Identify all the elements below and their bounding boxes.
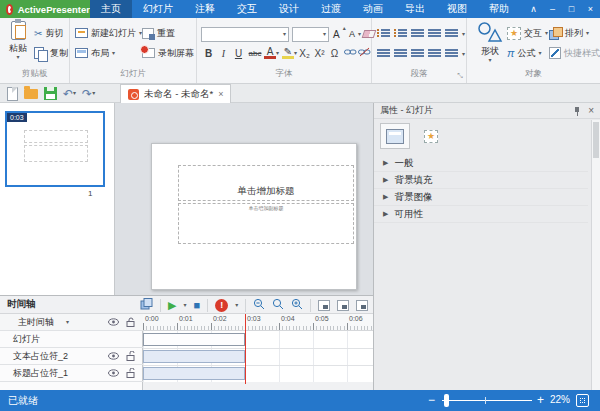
- unlock-icon[interactable]: [126, 368, 135, 378]
- open-button[interactable]: [21, 84, 41, 103]
- eye-icon[interactable]: [108, 318, 119, 326]
- save-button[interactable]: [41, 84, 60, 103]
- subscript-button[interactable]: X₂: [297, 48, 312, 59]
- lock-icon[interactable]: [126, 317, 135, 327]
- line-spacing-caret-icon[interactable]: ▾: [462, 32, 465, 37]
- zoom-increase-icon[interactable]: +: [537, 393, 544, 407]
- link-button[interactable]: [344, 47, 357, 59]
- highlight-color-button[interactable]: ✎: [282, 47, 294, 59]
- equation-button[interactable]: π 公式 ▾: [507, 45, 541, 61]
- unlink-button[interactable]: [358, 47, 371, 59]
- new-slide-button[interactable]: 新建幻灯片 ▾: [75, 25, 142, 41]
- paragraph-dialog-launcher-icon[interactable]: ⤡: [457, 72, 463, 80]
- font-family-select[interactable]: ▾: [201, 27, 289, 42]
- section-accessibility[interactable]: ▶ 可用性: [374, 206, 588, 223]
- layout-button[interactable]: 布局 ▾: [75, 45, 115, 61]
- menu-tab-export[interactable]: 导出: [394, 0, 436, 18]
- record-caret-icon[interactable]: ▾: [235, 303, 238, 308]
- font-size-select[interactable]: ▾: [292, 27, 329, 42]
- close-icon[interactable]: ×: [581, 0, 600, 18]
- document-tab[interactable]: 未命名 - 未命名* ×: [120, 84, 231, 103]
- tab-slide-properties[interactable]: [380, 123, 410, 149]
- slide-canvas[interactable]: 单击增加标题 单击增加副标题: [151, 143, 357, 290]
- new-document-button[interactable]: [4, 84, 21, 103]
- strikethrough-button[interactable]: abc: [246, 49, 264, 58]
- timeline-option-icon-3[interactable]: [356, 300, 368, 311]
- reset-button[interactable]: 重置: [142, 25, 175, 41]
- align-left-icon[interactable]: [377, 49, 390, 59]
- underline-button[interactable]: U: [231, 48, 246, 59]
- close-panel-icon[interactable]: ×: [588, 105, 594, 116]
- font-color-button[interactable]: A: [264, 47, 276, 59]
- stop-button[interactable]: ■: [193, 299, 200, 311]
- menu-tab-design[interactable]: 设计: [268, 0, 310, 18]
- zoom-in-icon[interactable]: [291, 298, 303, 312]
- decrease-indent-icon[interactable]: [411, 29, 424, 39]
- line-spacing-icon[interactable]: [445, 29, 458, 39]
- text-direction-caret-icon[interactable]: ▾: [462, 52, 465, 57]
- interaction-button[interactable]: ★ 交互 ▾: [507, 25, 548, 41]
- menu-tab-view[interactable]: 视图: [436, 0, 478, 18]
- unlock-icon[interactable]: [126, 351, 135, 361]
- italic-button[interactable]: I: [216, 48, 231, 59]
- menu-tab-slide[interactable]: 幻灯片: [132, 0, 184, 18]
- menu-tab-help[interactable]: 帮助: [478, 0, 520, 18]
- zoom-out-icon[interactable]: [253, 298, 265, 312]
- fit-to-window-icon[interactable]: [576, 394, 589, 407]
- copy-button[interactable]: 复制: [34, 45, 68, 61]
- timeline-row-slide[interactable]: 幻灯片: [0, 331, 143, 348]
- subtitle-placeholder[interactable]: 单击增加副标题: [178, 203, 354, 244]
- section-background-image[interactable]: ▶ 背景图像: [374, 189, 588, 206]
- justify-icon[interactable]: [428, 49, 441, 59]
- pin-panel-icon[interactable]: [572, 106, 582, 116]
- eye-icon[interactable]: [108, 369, 119, 377]
- menu-tab-transitions[interactable]: 过渡: [310, 0, 352, 18]
- zoom-slider-track[interactable]: [442, 400, 532, 401]
- numbered-list-icon[interactable]: [377, 29, 390, 39]
- title-placeholder[interactable]: 单击增加标题: [178, 165, 354, 201]
- zoom-fit-icon[interactable]: [272, 298, 284, 312]
- playhead[interactable]: [245, 314, 246, 384]
- symbol-button[interactable]: Ω: [327, 48, 342, 59]
- track-bar-title-placeholder[interactable]: [143, 367, 245, 380]
- timeline-ruler[interactable]: 0:00 0:01 0:02 0:03 0:04 0:05 0:06: [143, 314, 373, 331]
- tab-interactivity[interactable]: ★: [416, 123, 446, 149]
- paste-button[interactable]: 粘贴 ▾: [2, 21, 34, 60]
- font-color-caret-icon[interactable]: ▾: [276, 51, 279, 56]
- quick-style-button[interactable]: 快捷样式: [549, 45, 600, 61]
- menu-tab-animations[interactable]: 动画: [352, 0, 394, 18]
- redo-button[interactable]: ↷▾: [79, 84, 98, 103]
- minimize-icon[interactable]: –: [543, 0, 562, 18]
- menu-tab-home[interactable]: 主页: [90, 0, 132, 18]
- shapes-button[interactable]: 形状 ▾: [474, 21, 506, 63]
- timeline-option-icon-2[interactable]: [337, 300, 349, 311]
- collapse-ribbon-icon[interactable]: ∧: [524, 0, 543, 18]
- align-right-icon[interactable]: [411, 49, 424, 59]
- layers-icon[interactable]: [140, 298, 153, 312]
- section-background-fill[interactable]: ▶ 背景填充: [374, 172, 588, 189]
- bullet-list-icon[interactable]: [394, 29, 407, 39]
- undo-button[interactable]: ↶▾: [60, 84, 79, 103]
- increase-font-button[interactable]: A▴: [333, 26, 346, 42]
- cut-button[interactable]: ✂ 剪切: [34, 25, 63, 41]
- timeline-track-selector[interactable]: 主时间轴 ▾: [0, 314, 143, 331]
- decrease-font-button[interactable]: A▾: [349, 26, 361, 42]
- maximize-icon[interactable]: □: [562, 0, 581, 18]
- menu-tab-annotations[interactable]: 注释: [184, 0, 226, 18]
- align-center-icon[interactable]: [394, 49, 407, 59]
- track-bar-text-placeholder[interactable]: [143, 350, 245, 363]
- text-direction-icon[interactable]: [445, 49, 458, 59]
- superscript-button[interactable]: X²: [312, 48, 327, 59]
- zoom-decrease-icon[interactable]: −: [428, 393, 435, 407]
- arrange-button[interactable]: 排列 ▾: [549, 25, 589, 41]
- track-bar-slide[interactable]: [143, 333, 245, 346]
- play-button[interactable]: ▶: [168, 299, 176, 312]
- slide-thumbnail[interactable]: 0:03: [5, 111, 105, 187]
- timeline-option-icon-1[interactable]: [318, 300, 330, 311]
- eye-icon[interactable]: [108, 352, 119, 360]
- section-general[interactable]: ▶ 一般: [374, 155, 588, 172]
- menu-tab-interactions[interactable]: 交互: [226, 0, 268, 18]
- increase-indent-icon[interactable]: [428, 29, 441, 39]
- canvas-area[interactable]: 单击增加标题 单击增加副标题: [115, 103, 373, 295]
- record-narration-button[interactable]: !: [215, 299, 228, 312]
